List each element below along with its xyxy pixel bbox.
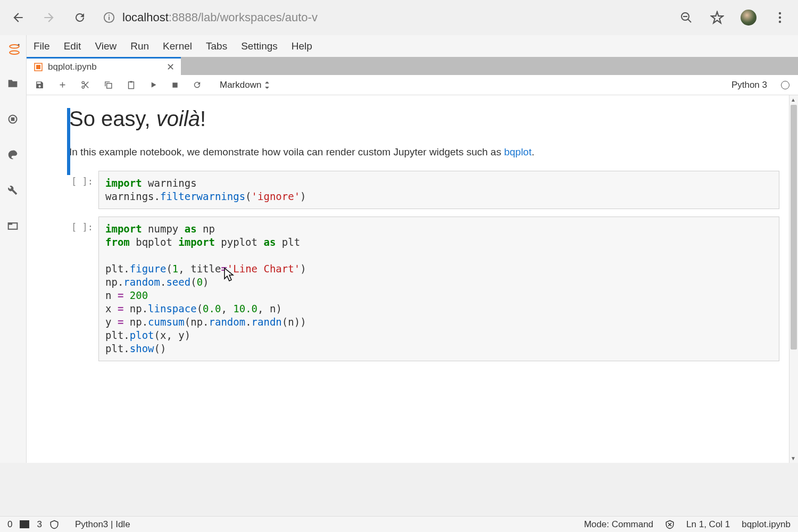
code-input[interactable]: import numpy as np from bqplot import py… <box>98 217 779 362</box>
svg-point-9 <box>10 45 19 48</box>
status-bar: 0 3 Python3 | Idle Mode: Command Ln 1, C… <box>0 516 798 532</box>
code-cell-1[interactable]: [ ]: import warnings warnings.filterwarn… <box>69 171 779 209</box>
terminal-icon[interactable] <box>20 520 29 528</box>
svg-point-19 <box>82 81 84 84</box>
zoom-out-button[interactable] <box>679 10 694 25</box>
filename: bqplot.ipynb <box>742 519 791 530</box>
scroll-thumb[interactable] <box>791 105 797 350</box>
scroll-up-icon[interactable]: ▲ <box>791 97 796 103</box>
scroll-down-icon[interactable]: ▼ <box>791 455 796 461</box>
tab-title: bqplot.ipynb <box>48 62 97 72</box>
scrollbar[interactable]: ▲ ▼ <box>789 95 798 463</box>
save-icon[interactable] <box>35 80 44 89</box>
back-button[interactable] <box>11 10 26 25</box>
status-sessions[interactable]: 3 <box>37 519 41 530</box>
kernel-status[interactable]: Python3 | Idle <box>75 519 130 530</box>
code-cell-2[interactable]: [ ]: import numpy as np from bqplot impo… <box>69 217 779 362</box>
tab-bar: bqplot.ipynb ✕ <box>27 57 798 75</box>
url-host: localhost <box>122 11 169 24</box>
cell-type-selector[interactable]: Markdown <box>220 80 270 90</box>
bqplot-link[interactable]: bqplot <box>504 146 531 157</box>
dropdown-arrows-icon <box>264 81 270 89</box>
add-cell-icon[interactable] <box>58 80 67 89</box>
copy-icon[interactable] <box>104 80 113 89</box>
running-sessions-icon[interactable] <box>7 114 19 126</box>
svg-point-8 <box>779 21 781 23</box>
file-browser-icon[interactable] <box>7 78 19 90</box>
kernel-name[interactable]: Python 3 <box>732 80 767 90</box>
menu-view[interactable]: View <box>95 40 117 52</box>
svg-point-7 <box>779 16 781 19</box>
run-icon[interactable] <box>149 81 157 89</box>
palette-icon[interactable] <box>7 149 19 161</box>
mode-indicator: Mode: Command <box>584 519 653 530</box>
stop-icon[interactable] <box>171 81 179 89</box>
jupyter-menu-bar: File Edit View Run Kernel Tabs Settings … <box>27 35 798 57</box>
bookmark-button[interactable] <box>710 10 725 25</box>
svg-point-6 <box>779 12 781 14</box>
menu-edit[interactable]: Edit <box>64 40 81 52</box>
markdown-paragraph: In this example notebook, we demonstrate… <box>69 145 779 160</box>
svg-rect-20 <box>107 84 112 88</box>
menu-help[interactable]: Help <box>292 40 312 52</box>
browser-menu-button[interactable] <box>772 10 787 25</box>
jupyter-logo-icon[interactable] <box>7 43 19 54</box>
menu-tabs[interactable]: Tabs <box>206 40 227 52</box>
svg-rect-2 <box>109 15 110 16</box>
kernel-status-icon <box>781 81 789 89</box>
notification-icon[interactable] <box>665 520 675 529</box>
jupyter-sidebar <box>0 35 27 463</box>
svg-rect-15 <box>8 223 12 225</box>
notebook-toolbar: Markdown Python 3 <box>27 75 798 95</box>
svg-rect-1 <box>109 16 110 20</box>
markdown-cell[interactable]: So easy, voilà! In this example notebook… <box>69 107 779 160</box>
svg-point-11 <box>18 44 19 45</box>
code-input[interactable]: import warnings warnings.filterwarnings(… <box>98 171 779 209</box>
forward-button[interactable] <box>41 10 56 25</box>
menu-settings[interactable]: Settings <box>241 40 278 52</box>
svg-rect-22 <box>130 81 132 82</box>
browser-toolbar: localhost:8888/lab/workspaces/auto-v <box>0 0 798 35</box>
menu-file[interactable]: File <box>34 40 50 52</box>
menu-kernel[interactable]: Kernel <box>163 40 192 52</box>
tabs-icon[interactable] <box>7 221 19 232</box>
cell-type-label: Markdown <box>220 80 261 90</box>
notebook-tab[interactable]: bqplot.ipynb ✕ <box>27 57 181 75</box>
svg-rect-21 <box>129 82 134 89</box>
build-icon[interactable] <box>7 185 19 197</box>
info-icon <box>103 12 115 23</box>
svg-point-10 <box>10 51 19 54</box>
cut-icon[interactable] <box>81 80 90 89</box>
shield-icon[interactable] <box>49 520 59 529</box>
tab-close-icon[interactable]: ✕ <box>167 61 174 73</box>
svg-point-18 <box>82 86 84 88</box>
status-left-num[interactable]: 0 <box>7 519 12 530</box>
svg-rect-13 <box>11 118 14 121</box>
svg-line-4 <box>688 19 691 22</box>
restart-icon[interactable] <box>193 80 202 89</box>
url-bar[interactable]: localhost:8888/lab/workspaces/auto-v <box>103 11 663 24</box>
svg-rect-17 <box>36 65 40 69</box>
cell-prompt: [ ]: <box>69 171 98 209</box>
paste-icon[interactable] <box>127 80 136 89</box>
markdown-heading: So easy, voilà! <box>69 107 779 131</box>
profile-avatar[interactable] <box>741 10 757 26</box>
notebook-panel[interactable]: So easy, voilà! In this example notebook… <box>27 95 798 463</box>
url-path: :8888/lab/workspaces/auto-v <box>169 11 318 24</box>
notebook-icon <box>34 63 43 71</box>
cell-prompt: [ ]: <box>69 217 98 362</box>
svg-rect-23 <box>172 82 177 87</box>
menu-run[interactable]: Run <box>130 40 149 52</box>
cursor-position: Ln 1, Col 1 <box>686 519 730 530</box>
reload-button[interactable] <box>72 10 87 25</box>
cell-selection-bar <box>67 108 70 175</box>
